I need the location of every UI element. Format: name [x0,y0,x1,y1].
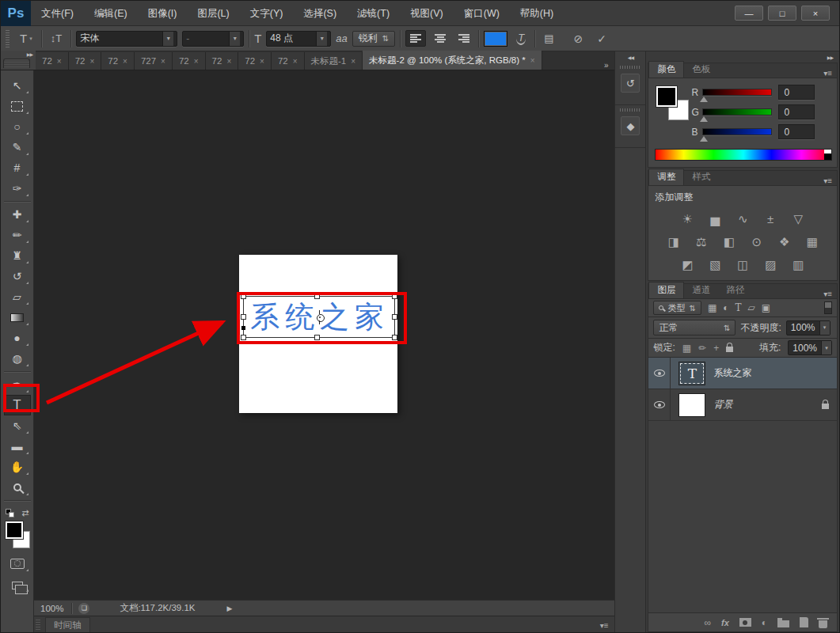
zoom-level-field[interactable]: 100% [34,604,71,613]
lock-position-icon[interactable]: + [713,343,719,354]
blue-slider-thumb[interactable] [700,136,708,142]
foreground-color-swatch[interactable] [6,521,23,539]
hand-tool[interactable]: ✋ [4,457,31,477]
warp-text-button[interactable]: T [512,30,530,47]
tab-color[interactable]: 颜色 [648,61,684,78]
filter-adjustment-icon[interactable]: ◐ [723,302,728,313]
panel-menu-icon[interactable]: ▾≡ [823,290,837,298]
expand-dock-icon[interactable]: ◀◀ [628,51,633,63]
document-tab[interactable]: 72× [238,52,272,70]
blend-mode-select[interactable]: 正常 ⇅ [653,320,735,335]
menu-edit[interactable]: 编辑(E) [84,1,138,26]
layer-row-background[interactable]: 背景 [648,389,837,421]
tab-channels[interactable]: 通道 [684,282,718,298]
tab-swatches[interactable]: 色板 [684,62,718,78]
pen-tool[interactable]: ✒ [4,374,31,395]
menu-layer[interactable]: 图层(L) [187,1,239,26]
align-center-button[interactable] [431,31,450,46]
blue-slider[interactable] [702,128,772,135]
timeline-menu-icon[interactable]: ▾≡ [600,621,615,630]
lock-all-icon[interactable] [726,347,733,352]
red-value-field[interactable]: 0 [778,85,815,100]
menu-file[interactable]: 文件(F) [31,1,84,26]
transform-handle[interactable] [241,294,246,299]
close-tab-icon[interactable]: × [293,57,298,66]
clone-stamp-tool[interactable]: ♜ [4,245,31,266]
eye-icon[interactable] [654,370,665,377]
minimize-button[interactable]: — [735,6,763,21]
document-tab-active[interactable]: 未标题-2 @ 100% (系统之家, RGB/8) *× [363,51,542,70]
document-tab[interactable]: 727× [135,52,173,70]
status-options-icon[interactable]: ▶ [226,605,232,612]
lock-transparency-icon[interactable]: ▦ [682,343,691,354]
tab-layers[interactable]: 图层 [648,282,684,298]
gradient-tool[interactable] [4,307,31,328]
font-style-select[interactable]: - ▾ [182,31,244,47]
lasso-tool[interactable]: ○ [4,116,31,137]
color-balance-icon[interactable]: ⚖ [694,235,709,249]
gradient-map-icon[interactable]: ▨ [762,258,778,272]
align-right-button[interactable] [454,31,473,46]
visibility-cell[interactable] [648,358,671,389]
blue-value-field[interactable]: 0 [778,124,815,139]
close-tab-icon[interactable]: × [57,57,62,66]
channel-mixer-icon[interactable]: ❖ [777,235,792,249]
layer-filter-type-select[interactable]: 类型 ⇅ [653,301,701,315]
tab-adjustments[interactable]: 调整 [648,169,684,185]
default-colors-icon[interactable] [6,509,14,517]
type-layer-thumbnail[interactable]: T [678,362,705,385]
transform-handle[interactable] [392,335,397,340]
green-slider-thumb[interactable] [700,116,708,122]
foreground-color-swatch[interactable] [656,86,677,107]
green-value-field[interactable]: 0 [778,104,815,119]
transform-handle[interactable] [241,314,246,320]
blur-tool[interactable]: ● [4,328,31,348]
transform-handle[interactable] [392,314,397,320]
commit-edit-icon[interactable]: ✓ [597,32,606,45]
toolbar-collapse-icon[interactable]: ▶▶ [27,51,32,57]
canvas[interactable]: 系统之家 [34,70,614,600]
menu-select[interactable]: 选择(S) [293,1,347,26]
transform-handle[interactable] [314,294,320,299]
layer-style-icon[interactable]: fx [721,618,729,627]
history-panel-button[interactable]: ↺ [615,63,645,105]
menu-window[interactable]: 窗口(W) [454,1,510,26]
new-adjustment-layer-icon[interactable]: ◐ [762,617,767,628]
close-tab-icon[interactable]: × [530,56,535,65]
tab-overflow-icon[interactable]: » [598,61,615,70]
document-tab[interactable]: 72× [36,52,69,70]
layer-name[interactable]: 系统之家 [713,366,751,380]
photo-filter-icon[interactable]: ⊙ [749,235,765,249]
link-layers-icon[interactable]: ∞ [704,617,711,628]
menu-type[interactable]: 文字(Y) [240,1,294,26]
rectangular-marquee-tool[interactable] [4,96,31,116]
close-button[interactable]: × [801,6,830,21]
filter-type-icon[interactable]: T [735,302,741,313]
close-tab-icon[interactable]: × [351,57,355,66]
timeline-gripper[interactable] [36,620,40,631]
toggle-character-panel-button[interactable]: ▤ [540,31,557,46]
eye-icon[interactable] [654,401,665,408]
vibrance-icon[interactable]: ▽ [790,212,806,226]
background-layer-thumbnail[interactable] [678,393,705,417]
close-tab-icon[interactable]: × [226,57,231,66]
font-family-select[interactable]: 宋体 ▾ [76,31,177,47]
layer-name[interactable]: 背景 [713,398,732,411]
anti-alias-select[interactable]: 锐利 ⇅ [352,31,395,47]
zoom-tool[interactable] [4,477,31,498]
green-slider[interactable] [702,108,772,116]
color-spectrum-ramp[interactable] [655,149,832,161]
panel-menu-icon[interactable]: ▾≡ [823,176,837,185]
close-tab-icon[interactable]: × [260,57,264,66]
move-tool[interactable]: ↖ [4,75,31,96]
posterize-icon[interactable]: ▧ [707,258,723,272]
filter-smart-object-icon[interactable]: ▣ [762,302,770,313]
close-tab-icon[interactable]: × [89,57,94,66]
opacity-field[interactable]: 100% ▾ [786,320,830,335]
delete-layer-icon[interactable] [819,620,827,628]
brightness-contrast-icon[interactable]: ☀ [679,212,695,226]
visibility-cell[interactable] [648,389,671,420]
maximize-button[interactable]: □ [768,6,796,21]
crop-tool[interactable]: # [4,157,31,178]
document-tab[interactable]: 72× [173,52,206,70]
